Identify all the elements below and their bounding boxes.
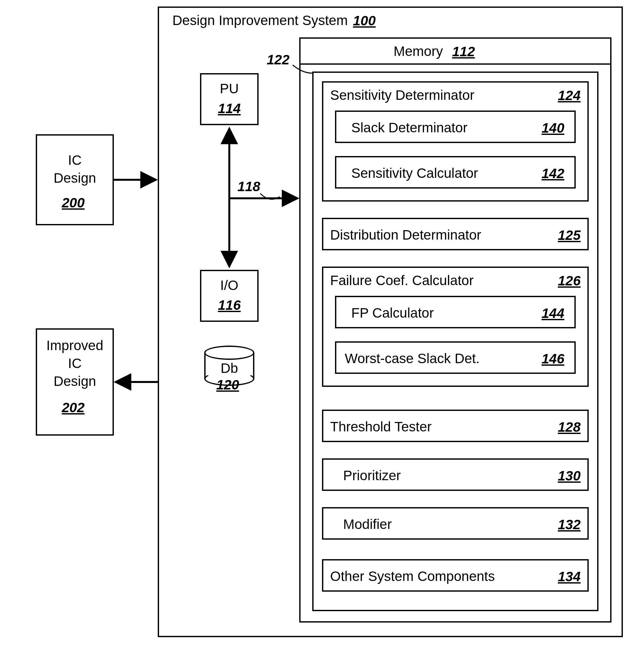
- failure-label: Failure Coef. Calculator: [330, 273, 474, 288]
- ic-design-line1: IC: [36, 153, 114, 168]
- other-label: Other System Components: [330, 569, 495, 584]
- ic-design-ref: 200: [62, 195, 85, 211]
- modifier-ref: 132: [558, 517, 580, 533]
- fp-ref: 144: [542, 306, 564, 321]
- program-ref: 122: [267, 52, 290, 68]
- threshold-label: Threshold Tester: [330, 419, 432, 434]
- system-ref: 100: [353, 13, 376, 29]
- memory-ref: 112: [452, 44, 475, 60]
- memory-separator: [299, 63, 612, 65]
- improved-ic-design-line3: Design: [36, 374, 114, 389]
- db-ref: 120: [216, 377, 239, 393]
- modifier-label: Modifier: [343, 517, 392, 532]
- sensitivity-label: Sensitivity Determinator: [330, 88, 474, 103]
- threshold-ref: 128: [558, 419, 580, 435]
- senscalc-ref: 142: [542, 166, 564, 181]
- prioritizer-label: Prioritizer: [343, 468, 401, 483]
- prioritizer-ref: 130: [558, 468, 580, 484]
- db-label: Db: [200, 361, 258, 376]
- failure-ref: 126: [558, 273, 580, 289]
- io-label: I/O: [200, 278, 258, 293]
- worst-label: Worst-case Slack Det.: [345, 351, 480, 366]
- pu-label: PU: [200, 81, 258, 96]
- senscalc-label: Sensitivity Calculator: [351, 166, 478, 181]
- distribution-ref: 125: [558, 228, 580, 243]
- distribution-label: Distribution Determinator: [330, 228, 481, 242]
- sensitivity-ref: 124: [558, 88, 580, 103]
- ic-design-line2: Design: [36, 171, 114, 186]
- other-ref: 134: [558, 569, 580, 585]
- pu-ref: 114: [218, 101, 241, 116]
- improved-ic-design-line1: Improved: [36, 338, 114, 353]
- slack-ref: 140: [542, 120, 564, 136]
- memory-title: Memory: [394, 44, 443, 59]
- system-title: Design Improvement System: [172, 13, 348, 28]
- diagram-canvas: IC Design 200 Improved IC Design 202 Des…: [0, 0, 644, 657]
- worst-ref: 146: [542, 351, 564, 367]
- fp-label: FP Calculator: [351, 306, 434, 321]
- db-cylinder-top: [204, 346, 254, 360]
- io-ref: 116: [218, 298, 241, 313]
- improved-ic-design-line2: IC: [36, 356, 114, 371]
- improved-ic-design-ref: 202: [62, 400, 85, 416]
- slack-label: Slack Determinator: [351, 120, 467, 135]
- bus-ref: 118: [237, 179, 260, 194]
